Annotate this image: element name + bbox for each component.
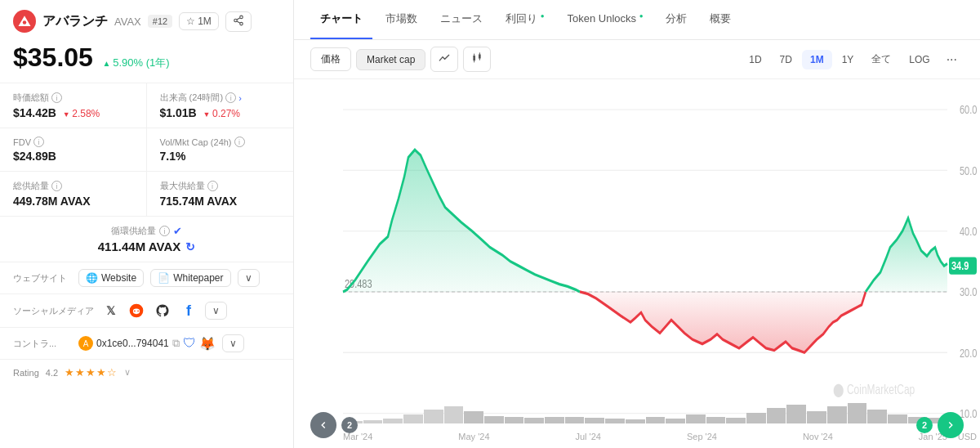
facebook-icon[interactable]: f [179, 301, 198, 320]
website-section: ウェブサイト 🌐 Website 📄 Whitepaper ∨ [0, 262, 293, 294]
forward-button[interactable] [938, 412, 964, 438]
fdv-cell: FDV i $24.89B [0, 128, 147, 172]
more-options-button[interactable]: ··· [940, 48, 964, 71]
svg-point-2 [240, 16, 243, 19]
vol-mkt-cell: Vol/Mkt Cap (24h) i 7.1% [147, 128, 294, 172]
tab-token-unlocks[interactable]: Token Unlocks ● [557, 1, 653, 38]
line-chart-icon-button[interactable] [430, 47, 458, 72]
svg-point-8 [133, 309, 140, 315]
watchlist-button[interactable]: ☆ 1M [179, 12, 219, 30]
back-count: 2 [341, 417, 358, 433]
metamask-icon[interactable]: 🦊 [199, 336, 216, 352]
coin-header: アバランチ AVAX #12 ☆ 1M [0, 0, 293, 39]
volume-bar [807, 411, 826, 423]
time-1y-button[interactable]: 1Y [834, 50, 862, 69]
social-icons: 𝕏 f [100, 301, 198, 320]
chart-toolbar: 価格 Market cap 1D 7D 1M 1Y 全て [294, 40, 980, 79]
reddit-icon[interactable] [127, 301, 146, 320]
fdv-value: $24.89B [13, 150, 133, 163]
yield-dot: ● [541, 12, 545, 20]
svg-text:40.0: 40.0 [960, 224, 977, 238]
verified-icon: ✔ [173, 225, 182, 237]
time-1m-button[interactable]: 1M [802, 50, 832, 69]
x-label-sep: Sep '24 [687, 432, 717, 441]
tab-news[interactable]: ニュース [430, 0, 492, 39]
svg-point-1 [23, 20, 27, 25]
vol-mkt-info-icon[interactable]: i [234, 137, 245, 147]
back-button[interactable] [310, 412, 336, 438]
tab-chart[interactable]: チャート [310, 0, 372, 39]
chart-container: 60.0 50.0 40.0 30.0 20.0 10.0 29.483 [294, 79, 980, 448]
total-supply-value: 449.78M AVAX [13, 195, 133, 208]
volume-bar [403, 414, 423, 423]
volume-bar [545, 417, 564, 423]
volume-bar [827, 406, 847, 423]
volume-bar [524, 418, 544, 423]
twitter-icon[interactable]: 𝕏 [100, 301, 120, 320]
volume-info-icon[interactable]: i [225, 92, 236, 103]
time-1d-button[interactable]: 1D [741, 50, 769, 69]
volume-bar [484, 416, 504, 424]
bottom-left-nav: 2 [310, 412, 358, 438]
avax-chain-icon: A [78, 336, 93, 351]
links-expand-button[interactable]: ∨ [238, 269, 260, 287]
social-expand-button[interactable]: ∨ [205, 302, 227, 320]
circ-supply-cell: 循環供給量 i ✔ 411.44M AVAX ↻ [0, 217, 293, 262]
volume-bar [646, 417, 666, 423]
current-price: $35.05 [13, 43, 93, 72]
max-supply-info-icon[interactable]: i [207, 181, 218, 191]
candle-chart-icon-button[interactable] [463, 47, 491, 72]
globe-icon: 🌐 [86, 272, 98, 284]
tab-analysis[interactable]: 分析 [656, 0, 697, 39]
social-label: ソーシャルメディア [13, 305, 94, 317]
vol-mkt-value: 7.1% [160, 150, 281, 163]
whitepaper-button[interactable]: 📄 Whitepaper [150, 269, 230, 287]
price-chart-button[interactable]: 価格 [310, 47, 351, 71]
copy-icon[interactable]: ⧉ [172, 337, 180, 350]
x-axis-labels: Mar '24 May '24 Jul '24 Sep '24 Nov '24 … [343, 432, 947, 441]
document-icon: 📄 [158, 272, 170, 284]
circ-supply-info-icon[interactable]: i [159, 226, 170, 236]
volume-bar [565, 417, 585, 423]
volume-link-icon[interactable]: › [238, 93, 242, 103]
tab-overview[interactable]: 概要 [700, 0, 741, 39]
left-panel: アバランチ AVAX #12 ☆ 1M $35.05 5.90% (1年) 時価… [0, 0, 294, 448]
log-button[interactable]: LOG [901, 50, 938, 69]
svg-text:50.0: 50.0 [960, 164, 977, 177]
loading-icon: ↻ [185, 240, 195, 253]
market-cap-value: $14.42B 2.58% [13, 106, 133, 119]
svg-text:20.0: 20.0 [960, 346, 977, 360]
svg-line-5 [237, 20, 240, 22]
volume-bar [666, 419, 685, 423]
volume-bar [383, 419, 403, 423]
time-7d-button[interactable]: 7D [772, 50, 800, 69]
fdv-info-icon[interactable]: i [33, 137, 44, 147]
rating-value: 4.2 [46, 368, 58, 378]
chart-nav: チャート 市場数 ニュース 利回り ● Token Unlocks ● 分析 概… [294, 0, 980, 40]
tab-markets[interactable]: 市場数 [376, 0, 427, 39]
star-icon: ☆ [186, 16, 195, 27]
circ-supply-label: 循環供給量 i ✔ [111, 225, 182, 237]
vol-mkt-label: Vol/Mkt Cap (24h) i [160, 137, 281, 147]
tab-yield[interactable]: 利回り ● [496, 0, 554, 39]
volume-bar [505, 417, 524, 423]
total-supply-label: 総供給量 i [13, 180, 133, 192]
volume-bar [786, 405, 806, 423]
watchlist-count: 1M [198, 16, 212, 27]
x-label-may: May '24 [458, 432, 489, 441]
website-button[interactable]: 🌐 Website [78, 269, 144, 287]
volume-bar [848, 403, 867, 423]
market-cap-info-icon[interactable]: i [51, 92, 62, 103]
contract-expand-button[interactable]: ∨ [222, 334, 244, 352]
volume-bar [464, 411, 483, 423]
shield-icon[interactable]: 🛡 [183, 336, 196, 351]
coin-rank: #12 [148, 15, 172, 28]
rating-expand-icon[interactable]: ∨ [124, 367, 131, 378]
time-all-button[interactable]: 全て [863, 48, 899, 70]
github-icon[interactable] [153, 301, 172, 320]
share-button[interactable] [225, 11, 252, 32]
total-supply-info-icon[interactable]: i [51, 181, 62, 191]
volume-bars [343, 392, 947, 423]
contract-address-display: A 0x1ce0...794041 ⧉ 🛡 🦊 [78, 336, 216, 352]
market-cap-chart-button[interactable]: Market cap [356, 49, 425, 70]
